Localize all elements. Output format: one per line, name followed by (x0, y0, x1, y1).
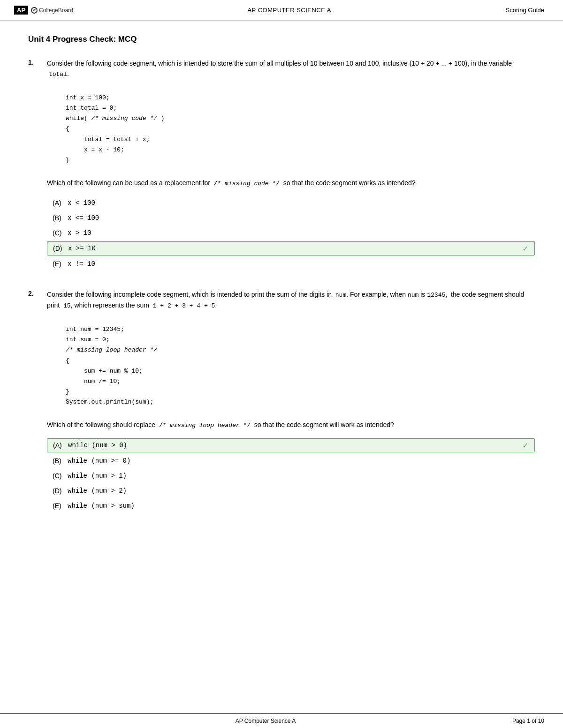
q1-choice-e-code: x != 10 (68, 260, 95, 268)
q2-prompt-code: /* missing loop header */ (159, 422, 251, 429)
q1-choice-b-label: (B) (53, 214, 68, 222)
q2-code-line-8: System.out.println(sum); (66, 397, 525, 407)
page-title: Unit 4 Progress Check: MCQ (28, 35, 535, 44)
q1-choice-b-code: x <= 100 (68, 214, 99, 222)
q2-inline-num2: num (408, 292, 418, 299)
header-center: AP COMPUTER SCIENCE A (247, 7, 331, 14)
q2-code-line-1: int num = 12345; (66, 324, 525, 335)
q2-choice-d-label: (D) (53, 487, 68, 495)
code-line-6: x = x - 10; (66, 145, 525, 155)
q2-choice-b-code: while (num >= 0) (68, 457, 130, 465)
q1-choice-a-label: (A) (53, 199, 68, 207)
question-2-code: int num = 12345; int sum = 0; /* missing… (47, 319, 535, 413)
collegeboard-logo: ✔ CollegeBoard (31, 7, 73, 14)
q1-choice-e-label: (E) (53, 260, 68, 268)
q1-choice-c[interactable]: (C) x > 10 (47, 226, 535, 240)
question-1-number: 1. (28, 58, 39, 272)
code-line-7: } (66, 155, 525, 165)
scoring-guide-label: Scoring Guide (506, 7, 544, 14)
q2-choice-a[interactable]: (A) while (num > 0) ✓ (47, 438, 535, 452)
question-2-number: 2. (28, 289, 39, 514)
question-1-code: int x = 100; int total = 0; while( /* mi… (47, 87, 535, 171)
q2-code-line-2: int sum = 0; (66, 335, 525, 345)
q2-choice-c[interactable]: (C) while (num > 1) (47, 469, 535, 482)
content: Unit 4 Progress Check: MCQ 1. Consider t… (0, 21, 563, 559)
q2-code-line-5: sum += num % 10; (66, 366, 525, 376)
q1-choice-d[interactable]: (D) x >= 10 ✓ (47, 241, 535, 255)
q1-choice-b[interactable]: (B) x <= 100 (47, 211, 535, 225)
q1-choice-a-code: x < 100 (68, 199, 95, 207)
q2-code-line-4: { (66, 356, 525, 366)
question-1-body: Consider the following code segment, whi… (47, 58, 535, 272)
question-2-prompt: Which of the following should replace /*… (47, 420, 535, 431)
footer-page-number: Page 1 of 10 (512, 718, 544, 724)
question-2-text: Consider the following incomplete code s… (47, 289, 535, 312)
footer: AP Computer Science A Page 1 of 10 (0, 713, 563, 728)
q2-choice-b[interactable]: (B) while (num >= 0) (47, 454, 535, 467)
question-2: 2. Consider the following incomplete cod… (28, 289, 535, 514)
q1-choice-c-label: (C) (53, 229, 68, 237)
question-1: 1. Consider the following code segment, … (28, 58, 535, 272)
q2-code-line-3: /* missing loop header */ (66, 345, 525, 355)
q2-choice-d-code: while (num > 2) (68, 487, 127, 495)
q2-choice-a-label: (A) (53, 442, 68, 449)
q1-choice-e[interactable]: (E) x != 10 (47, 257, 535, 270)
code-line-3: while( /* missing code */ ) (66, 113, 525, 124)
q2-choice-a-code: while (num > 0) (68, 442, 127, 449)
question-1-prompt: Which of the following can be used as a … (47, 178, 535, 189)
footer-right: Page 1 of 10 (512, 718, 544, 724)
q2-inline-15: 15 (63, 302, 71, 309)
q1-choice-d-label: (D) (53, 245, 68, 252)
header-center-text: AP COMPUTER SCIENCE A (247, 7, 331, 14)
q2-choice-e-code: while (num > sum) (68, 502, 135, 510)
collegeboard-label: CollegeBoard (39, 7, 73, 14)
q2-choice-e-label: (E) (53, 502, 68, 510)
q2-checkmark-icon: ✓ (523, 440, 528, 450)
q2-choice-e[interactable]: (E) while (num > sum) (47, 499, 535, 512)
page-wrapper: AP ✔ CollegeBoard AP COMPUTER SCIENCE A … (0, 0, 563, 728)
code-line-5: total = total + x; (66, 135, 525, 145)
footer-center-text: AP Computer Science A (236, 718, 296, 724)
q1-inline-code-total: total (49, 71, 67, 78)
code-line-4: { (66, 124, 525, 134)
question-1-text: Consider the following code segment, whi… (47, 58, 535, 80)
q2-choice-d[interactable]: (D) while (num > 2) (47, 484, 535, 497)
code-line-1: int x = 100; (66, 93, 525, 103)
q2-inline-12345: 12345 (427, 292, 445, 299)
cb-icon: ✔ (31, 7, 38, 14)
q2-code-line-7: } (66, 387, 525, 397)
q2-choice-b-label: (B) (53, 457, 68, 465)
header-left: AP ✔ CollegeBoard (14, 6, 73, 15)
q1-prompt-code: /* missing code */ (214, 180, 280, 187)
ap-badge: AP (14, 6, 28, 15)
q2-inline-num: num (335, 292, 346, 299)
question-2-body: Consider the following incomplete code s… (47, 289, 535, 514)
footer-center: AP Computer Science A (236, 718, 296, 724)
q1-choice-a[interactable]: (A) x < 100 (47, 196, 535, 210)
q2-inline-sum: 1 + 2 + 3 + 4 + 5 (153, 302, 215, 309)
q2-choice-c-label: (C) (53, 472, 68, 480)
q1-choice-c-code: x > 10 (68, 229, 91, 237)
q2-choice-c-code: while (num > 1) (68, 472, 127, 480)
header: AP ✔ CollegeBoard AP COMPUTER SCIENCE A … (0, 0, 563, 21)
ap-label: AP (17, 7, 25, 14)
q1-checkmark-icon: ✓ (523, 243, 528, 254)
q1-choice-d-code: x >= 10 (68, 245, 96, 252)
header-right: Scoring Guide (506, 7, 544, 14)
code-line-2: int total = 0; (66, 103, 525, 113)
q2-code-line-6: num /= 10; (66, 376, 525, 387)
